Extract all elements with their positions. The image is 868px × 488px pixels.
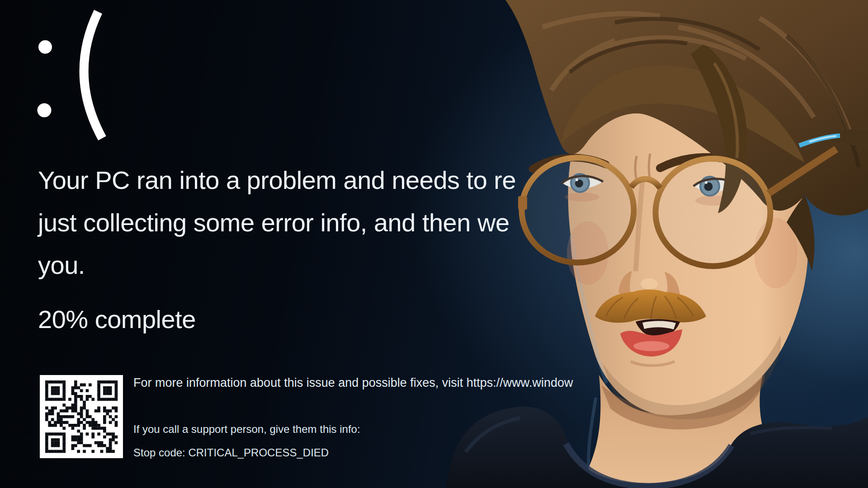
qr-code: [40, 375, 123, 458]
bsod-screen: Your PC ran into a problem and needs to …: [0, 0, 868, 488]
headline: Your PC ran into a problem and needs to …: [38, 159, 516, 286]
stop-code-text: Stop code: CRITICAL_PROCESS_DIED: [133, 446, 329, 459]
progress-text: 20% complete: [38, 298, 196, 341]
qr-code-image: [40, 375, 123, 458]
support-text: If you call a support person, give them …: [133, 423, 360, 436]
sad-face-icon: [36, 4, 113, 146]
headline-line-1: Your PC ran into a problem and needs to …: [38, 159, 516, 202]
bsod-content: Your PC ran into a problem and needs to …: [0, 0, 868, 488]
headline-line-3: you.: [38, 244, 516, 286]
info-text: For more information about this issue an…: [133, 376, 573, 390]
headline-line-2: just collecting some error info, and the…: [38, 202, 516, 244]
